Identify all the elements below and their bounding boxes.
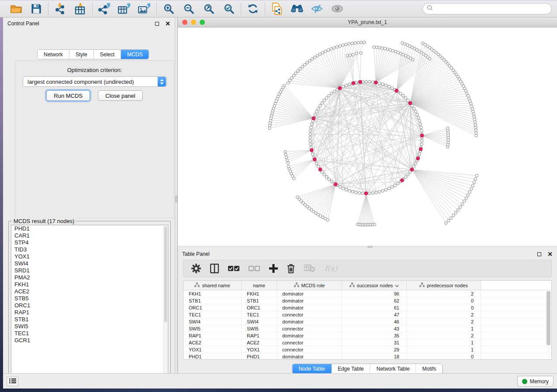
open-file-icon[interactable] xyxy=(10,3,23,15)
table-tab-network-table[interactable]: Network Table xyxy=(370,364,416,373)
cell-name: ACE2 xyxy=(242,339,277,346)
zoom-in-icon[interactable] xyxy=(162,3,175,15)
cell-name: ORC1 xyxy=(242,304,277,311)
split-columns-icon[interactable] xyxy=(210,263,219,274)
cell-shared-name: TEC1 xyxy=(183,311,242,318)
cell-name: PHD1 xyxy=(242,353,277,359)
cell-predecessor-nodes: 2 xyxy=(407,332,481,339)
import-network-icon[interactable] xyxy=(54,3,67,15)
table-tab-motifs[interactable]: Motifs xyxy=(416,364,443,373)
eye-icon[interactable] xyxy=(331,3,344,15)
cytoscape-app: Control Panel ✕ NetworkStyleSelectMCDS O… xyxy=(0,0,557,392)
column-header-shared-name[interactable]: shared name xyxy=(183,281,242,290)
table-row[interactable]: SWI4SWI4dominator462 xyxy=(183,318,551,325)
vertical-splitter[interactable] xyxy=(175,17,178,373)
task-history-button[interactable] xyxy=(7,377,18,386)
deselect-all-icon[interactable] xyxy=(249,263,260,274)
network-window-titlebar[interactable]: YPA_prune.txt_1 xyxy=(178,17,557,28)
column-header-MCDS-role[interactable]: MCDS role xyxy=(277,281,342,290)
search-box[interactable] xyxy=(422,3,552,14)
column-header-successor-nodes[interactable]: successor nodes xyxy=(342,281,407,290)
save-session-icon[interactable] xyxy=(30,3,43,15)
mcds-result-item[interactable]: RAP1 xyxy=(11,309,168,316)
mcds-result-item[interactable]: PHD1 xyxy=(11,225,168,232)
mcds-result-item[interactable]: STP4 xyxy=(11,239,168,246)
table-row[interactable]: STB1STB1dominator620 xyxy=(183,297,551,304)
table-row[interactable]: ACE2ACE2connector311 xyxy=(183,339,551,346)
tab-select[interactable]: Select xyxy=(94,50,121,59)
mcds-result-item[interactable]: CAR1 xyxy=(11,232,168,239)
run-mcds-button[interactable]: Run MCDS xyxy=(46,90,90,101)
export-table-icon[interactable] xyxy=(118,3,131,15)
cell-name: SWI5 xyxy=(242,325,277,332)
add-row-icon[interactable] xyxy=(269,263,278,274)
delete-row-icon[interactable] xyxy=(287,263,295,274)
mcds-result-item[interactable]: SWI5 xyxy=(11,323,168,330)
close-panel-icon[interactable]: ✕ xyxy=(165,22,170,26)
import-table-icon[interactable] xyxy=(74,3,87,15)
export-network-icon[interactable] xyxy=(98,3,111,15)
mcds-result-item[interactable]: TEC1 xyxy=(11,330,168,337)
cell-shared-name: RAP1 xyxy=(183,332,242,339)
table-tab-edge-table[interactable]: Edge Table xyxy=(332,364,370,373)
mcds-result-item[interactable]: STB1 xyxy=(11,316,168,323)
tab-mcds[interactable]: MCDS xyxy=(121,50,149,59)
optimization-criterion-label: Optimization criterion: xyxy=(15,67,174,73)
cell-MCDS-role: connector xyxy=(277,346,342,353)
memory-button[interactable]: Memory xyxy=(517,376,554,387)
mcds-result-item[interactable]: ACE2 xyxy=(11,288,168,295)
select-all-icon[interactable] xyxy=(228,263,239,274)
mcds-result-list[interactable]: PHD1CAR1STP4TID3YOX1SWI4SRD1PMA2FKH1ACE2… xyxy=(11,225,168,381)
cell-name: STB1 xyxy=(242,297,277,304)
network-canvas[interactable] xyxy=(178,28,557,246)
tab-style[interactable]: Style xyxy=(69,50,94,59)
table-tab-node-table[interactable]: Node Table xyxy=(292,364,332,373)
vertical-splitter-handle[interactable] xyxy=(175,196,177,203)
clone-network-icon[interactable] xyxy=(270,3,284,15)
search-network-icon[interactable] xyxy=(291,3,304,15)
mcds-result-item[interactable]: FKH1 xyxy=(11,281,168,288)
refresh-icon[interactable] xyxy=(246,3,259,15)
zoom-fit-icon[interactable] xyxy=(202,3,215,15)
search-input[interactable] xyxy=(435,6,551,12)
network-graph[interactable] xyxy=(178,28,557,246)
function-builder-icon: f(x) xyxy=(325,263,337,274)
mcds-result-item[interactable]: PMA2 xyxy=(11,274,168,281)
mcds-list-scrollbar[interactable] xyxy=(163,226,167,380)
table-row[interactable]: FKH1FKH1dominator962 xyxy=(183,290,551,297)
cell-successor-nodes: 31 xyxy=(342,339,407,346)
table-row[interactable]: PHD1PHD1dominator180 xyxy=(183,353,551,359)
show-hide-graphics-icon[interactable] xyxy=(311,3,324,15)
zoom-out-icon[interactable] xyxy=(182,3,195,15)
column-header-predecessor-nodes[interactable]: predecessor nodes xyxy=(407,281,481,290)
table-row[interactable]: TEC1TEC1connector472 xyxy=(183,311,551,318)
table-scrollbar[interactable] xyxy=(547,291,550,358)
export-image-icon[interactable] xyxy=(138,3,151,15)
float-table-panel-icon[interactable] xyxy=(537,252,541,256)
mcds-result-item[interactable]: YOX1 xyxy=(11,253,168,260)
column-header-name[interactable]: name xyxy=(242,281,277,290)
table-row[interactable]: ORC1ORC1dominator610 xyxy=(183,304,551,311)
tab-network[interactable]: Network xyxy=(38,50,69,59)
table-row[interactable]: YOX1YOX1connector291 xyxy=(183,346,551,353)
close-panel-button[interactable]: Close panel xyxy=(98,90,143,101)
table-row[interactable]: SWI5SWI5connector431 xyxy=(183,325,551,332)
float-panel-icon[interactable] xyxy=(155,22,159,26)
close-table-panel-icon[interactable]: ✕ xyxy=(547,252,553,256)
mcds-result-item[interactable]: SWI4 xyxy=(11,260,168,267)
zoom-selected-icon[interactable] xyxy=(222,3,235,15)
control-panel: Control Panel ✕ NetworkStyleSelectMCDS O… xyxy=(3,17,175,373)
cell-MCDS-role: dominator xyxy=(277,318,342,325)
cell-predecessor-nodes: 0 xyxy=(407,304,481,311)
mcds-result-item[interactable]: ORC1 xyxy=(11,302,168,309)
mcds-result-item[interactable]: STB5 xyxy=(11,295,168,302)
mcds-result-item[interactable]: TID3 xyxy=(11,246,168,253)
cell-successor-nodes: 29 xyxy=(342,346,407,353)
status-bar: Memory xyxy=(3,373,557,389)
control-panel-tabs: NetworkStyleSelectMCDS xyxy=(37,49,149,59)
criterion-dropdown[interactable]: largest connected component (undirected) xyxy=(23,76,167,87)
mcds-result-item[interactable]: SRD1 xyxy=(11,267,168,274)
table-row[interactable]: RAP1RAP1dominator352 xyxy=(183,332,551,339)
mcds-result-item[interactable]: GCR1 xyxy=(11,337,168,344)
settings-icon[interactable] xyxy=(191,263,201,274)
